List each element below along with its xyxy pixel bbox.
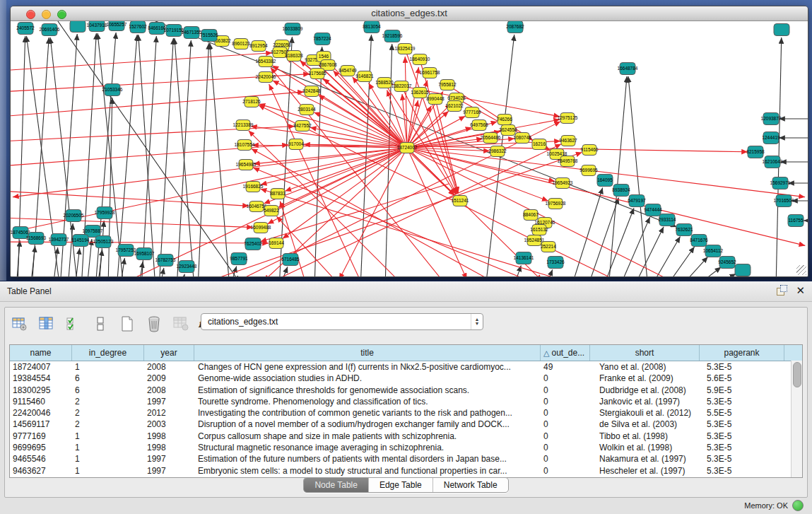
import-table-icon[interactable] [172, 315, 190, 333]
new-document-icon[interactable] [118, 315, 136, 333]
citation-network-graph[interactable]: 1872400776638228960123891295416543382224… [11, 21, 808, 277]
tab-node-table[interactable]: Node Table [304, 478, 369, 492]
graph-node[interactable]: 10437918 [87, 21, 107, 32]
graph-node[interactable]: 19756928 [546, 199, 566, 209]
graph-node[interactable]: 12975125 [558, 113, 578, 124]
graph-node[interactable]: 11568693 [26, 233, 47, 245]
graph-node[interactable]: 16033809 [283, 23, 303, 35]
graph-node[interactable]: 20564486 [481, 133, 501, 144]
tab-network-table[interactable]: Network Table [433, 478, 508, 492]
graph-node[interactable]: 13942737 [49, 234, 69, 246]
graph-node[interactable]: 9857791 [230, 253, 248, 265]
graph-node[interactable]: 12923448 [177, 261, 197, 273]
graph-node[interactable]: 20206505 [64, 210, 84, 222]
column-header-outde[interactable]: △out_de... [541, 345, 590, 361]
column-header-name[interactable]: name [10, 345, 72, 361]
column-header-title[interactable]: title [194, 345, 541, 361]
table-row[interactable]: 1872400712008Changes of HCN gene express… [10, 361, 802, 373]
graph-node[interactable]: 2803144 [298, 105, 316, 115]
graph-node[interactable]: 7857224 [313, 33, 331, 45]
graph-node[interactable]: 1244419 [762, 132, 780, 144]
graph-node[interactable]: 9245652 [718, 257, 736, 269]
graph-node[interactable]: 1733426 [546, 257, 565, 269]
graph-node[interactable]: 2405572 [16, 23, 35, 35]
graph-node[interactable]: 18325419 [395, 44, 416, 54]
graph-node[interactable] [70, 21, 86, 33]
table-row[interactable]: 946362711997Embryonic stem cells: a mode… [10, 465, 802, 477]
graph-node[interactable]: 8186328 [285, 51, 303, 62]
tab-edge-table[interactable]: Edge Table [369, 478, 433, 492]
graph-node[interactable]: 15692971 [770, 177, 791, 189]
graph-node[interactable] [735, 264, 751, 276]
graph-node[interactable]: 8471676 [690, 235, 708, 247]
graph-node[interactable]: 116755 [788, 215, 804, 227]
graph-node[interactable]: 21053346 [102, 84, 123, 96]
graph-node[interactable]: 549822 [264, 206, 279, 216]
table-row[interactable]: 946554611997Estimation of the future num… [10, 453, 802, 465]
table-row[interactable]: 1830029562008Estimation of significance … [10, 385, 802, 396]
graph-node[interactable]: 16958107 [134, 248, 155, 260]
graph-node[interactable]: 7632621 [675, 224, 693, 236]
table-column-icon[interactable] [37, 315, 56, 333]
graph-node[interactable]: 8813054 [363, 21, 381, 33]
graph-node[interactable]: 20691406 [40, 24, 60, 36]
graph-node[interactable]: 8215958 [746, 146, 765, 158]
close-panel-icon[interactable]: ✕ [796, 285, 805, 296]
graph-node[interactable]: 6497568 [470, 120, 488, 131]
network-view-window[interactable]: citations_edges.txt 18724007766382289601… [10, 6, 808, 277]
graph-node[interactable]: 2718126 [242, 97, 261, 107]
graph-node[interactable]: 7955812 [438, 80, 457, 90]
graph-node[interactable]: 1527602 [129, 21, 147, 33]
graph-node[interactable]: 6479197 [628, 195, 646, 207]
table-settings-icon[interactable] [11, 315, 29, 333]
graph-node[interactable]: 917004 [288, 139, 304, 150]
graph-node[interactable]: 9463627 [559, 136, 577, 146]
graph-node[interactable]: 9699695 [579, 165, 598, 176]
graph-node[interactable]: 8960123 [232, 39, 250, 49]
graph-node[interactable]: 10654112 [703, 245, 724, 257]
graph-node[interactable]: 8938924 [612, 185, 630, 197]
graph-node[interactable]: 16782753 [155, 255, 176, 267]
table-row[interactable]: 977716911998Corpus callosum shape and si… [10, 431, 802, 442]
float-window-icon[interactable] [777, 285, 787, 296]
graph-node[interactable]: 3624554 [499, 125, 517, 136]
column-header-short[interactable]: short [590, 345, 700, 361]
cells-icon[interactable] [91, 315, 110, 333]
graph-node[interactable]: 7625402 [244, 238, 262, 250]
graph-node[interactable]: 18640910 [410, 54, 430, 65]
graph-node[interactable]: 9146821 [355, 71, 374, 82]
graph-node[interactable]: 8912954 [249, 41, 268, 52]
graph-node[interactable]: 18495768 [558, 156, 578, 167]
graph-node[interactable]: 16648784 [618, 63, 638, 75]
column-header-pagerank[interactable]: pagerank [700, 345, 784, 361]
graph-node[interactable]: 169144 [269, 238, 284, 249]
graph-node[interactable]: 9777169 [463, 107, 481, 118]
graph-node[interactable]: 252214 [541, 242, 556, 252]
table-row[interactable]: 911546021997Tourette syndrome. Phenomeno… [10, 396, 802, 407]
graph-node[interactable]: 19654985 [236, 160, 257, 170]
graph-node[interactable]: 9474444 [644, 204, 662, 216]
graph-node[interactable]: 8454749 [339, 66, 357, 76]
delete-icon[interactable] [145, 315, 163, 333]
graph-node[interactable]: 8990448 [426, 94, 445, 105]
graph-node[interactable]: 16210643 [763, 156, 783, 168]
graph-node[interactable]: 12093877 [761, 113, 782, 125]
window-titlebar[interactable]: citations_edges.txt [11, 6, 808, 21]
graph-node[interactable]: 19654923 [553, 178, 573, 189]
graph-node[interactable]: 16961758 [420, 68, 440, 78]
graph-node[interactable]: 12505123 [93, 236, 114, 248]
graph-node[interactable]: 13822037 [392, 81, 412, 92]
window-resize-grip[interactable] [796, 265, 806, 275]
graph-node[interactable]: 1615132 [530, 225, 548, 235]
graph-node[interactable]: 884067 [523, 210, 539, 221]
table-row[interactable]: 2242004622012Investigating the contribut… [10, 407, 802, 419]
network-canvas[interactable]: 1872400776638228960123891295416543382224… [11, 21, 808, 276]
graph-node[interactable]: 16543382 [256, 57, 276, 67]
graph-node[interactable]: 1511241 [452, 196, 469, 206]
column-header-year[interactable]: year [144, 345, 194, 361]
graph-node[interactable]: 19166825 [243, 182, 264, 192]
table-row[interactable]: 1456911722003Disruption of a novel membe… [10, 419, 802, 430]
table-selector-dropdown[interactable]: citations_edges.txt ▲▼ [201, 313, 483, 330]
graph-node[interactable]: 17016504 [774, 195, 794, 207]
graph-node[interactable]: 1080748 [513, 133, 531, 144]
